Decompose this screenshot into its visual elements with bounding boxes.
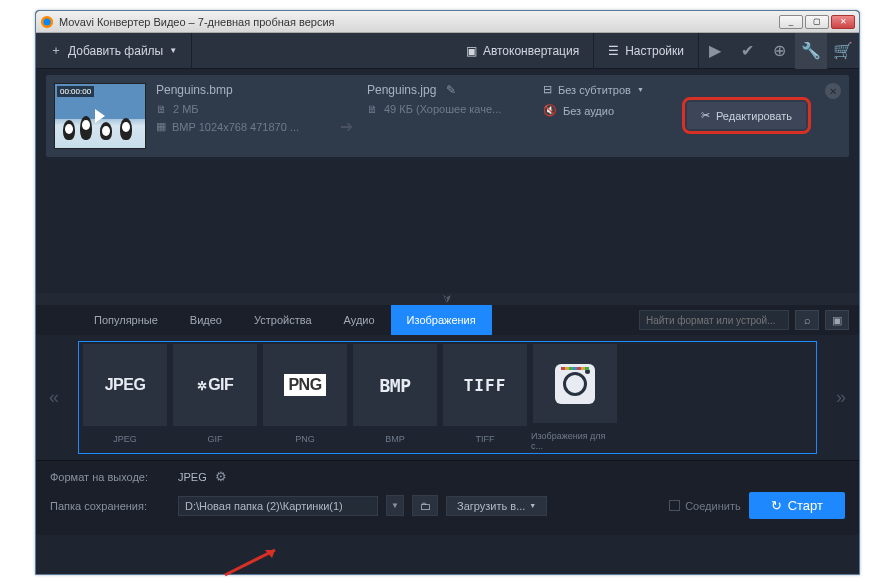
dropdown-icon: ▼ xyxy=(529,502,536,509)
empty-area xyxy=(36,163,859,293)
merge-checkbox[interactable]: Соединить xyxy=(669,500,741,512)
add-files-button[interactable]: ＋ Добавить файлы ▼ xyxy=(36,33,192,69)
edit-button-highlight: ✂ Редактировать xyxy=(682,97,811,134)
format-label: PNG xyxy=(295,434,315,444)
camera-icon: ▣ xyxy=(466,44,477,58)
formats-list: JPEG JPEG GIF GIF PNG PNG BMP BMP TIFF T… xyxy=(78,341,817,454)
window-title: Movavi Конвертер Видео – 7-дневная пробн… xyxy=(59,16,777,28)
app-window: Movavi Конвертер Видео – 7-дневная пробн… xyxy=(35,10,860,575)
edit-name-icon[interactable]: ✎ xyxy=(446,83,456,97)
audio-value[interactable]: Без аудио xyxy=(563,105,614,117)
tab-audio[interactable]: Аудио xyxy=(328,305,391,335)
svg-point-1 xyxy=(44,18,51,25)
formats-tabs: Популярные Видео Устройства Аудио Изобра… xyxy=(36,305,859,335)
image-icon: ▦ xyxy=(156,120,166,133)
png-logo: PNG xyxy=(284,374,325,396)
bottom-panel: Формат на выходе: JPEG ⚙ Папка сохранени… xyxy=(36,460,859,535)
file-thumbnail[interactable]: 00:00:00 xyxy=(54,83,146,149)
start-button[interactable]: ↻ Старт xyxy=(749,492,845,519)
bmp-logo: BMP xyxy=(379,375,410,396)
app-logo-icon xyxy=(40,15,54,29)
edit-button-label: Редактировать xyxy=(716,110,792,122)
add-files-label: Добавить файлы xyxy=(68,44,163,58)
tab-popular[interactable]: Популярные xyxy=(78,305,174,335)
menu-icon: ☰ xyxy=(608,44,619,58)
upload-label: Загрузить в... xyxy=(457,500,525,512)
checkbox-icon xyxy=(669,500,680,511)
gif-logo: GIF xyxy=(197,376,234,394)
instagram-icon xyxy=(555,364,595,404)
format-bmp[interactable]: BMP BMP xyxy=(351,344,439,451)
maximize-button[interactable]: ▢ xyxy=(805,15,829,29)
subtitles-value[interactable]: Без субтитров xyxy=(558,84,631,96)
file-icon: 🗎 xyxy=(367,103,378,115)
formats-strip: « JPEG JPEG GIF GIF PNG PNG BMP BMP TIFF… xyxy=(36,335,859,460)
settings-button[interactable]: ☰ Настройки xyxy=(594,33,699,69)
audio-mute-icon: 🔇 xyxy=(543,104,557,117)
remove-file-button[interactable]: ✕ xyxy=(825,83,841,99)
format-png[interactable]: PNG PNG xyxy=(261,344,349,451)
format-label: BMP xyxy=(385,434,405,444)
tab-video[interactable]: Видео xyxy=(174,305,238,335)
format-label: JPEG xyxy=(113,434,137,444)
output-filename: Penguins.jpg xyxy=(367,83,436,97)
tiff-logo: TIFF xyxy=(464,376,507,395)
format-tiff[interactable]: TIFF TIFF xyxy=(441,344,529,451)
subtitle-icon: ⊟ xyxy=(543,83,552,96)
upload-button[interactable]: Загрузить в... ▼ xyxy=(446,496,547,516)
file-output-meta: Penguins.jpg ✎ 🗎49 КБ (Хорошее каче... xyxy=(367,83,527,120)
edit-button[interactable]: ✂ Редактировать xyxy=(687,102,806,129)
input-dims: BMP 1024x768 471870 ... xyxy=(172,121,299,133)
input-size: 2 МБ xyxy=(173,103,199,115)
format-label: TIFF xyxy=(476,434,495,444)
save-folder-path[interactable]: D:\Новая папка (2)\Картинки(1) xyxy=(178,496,378,516)
output-size: 49 КБ (Хорошее каче... xyxy=(384,103,501,115)
format-instagram[interactable]: Изображения для с... xyxy=(531,344,619,451)
output-format-label: Формат на выходе: xyxy=(50,471,170,483)
camera-search-button[interactable]: ▣ xyxy=(825,310,849,330)
arrow-icon: ➔ xyxy=(340,117,353,136)
format-jpeg[interactable]: JPEG JPEG xyxy=(81,344,169,451)
vk-icon[interactable]: ✔ xyxy=(731,33,763,69)
minimize-button[interactable]: _ xyxy=(779,15,803,29)
main-toolbar: ＋ Добавить файлы ▼ ▣ Автоконвертация ☰ Н… xyxy=(36,33,859,69)
collapse-toggle[interactable]: ⮛ xyxy=(36,293,859,305)
tab-images[interactable]: Изображения xyxy=(391,305,492,335)
start-label: Старт xyxy=(788,498,823,513)
refresh-icon: ↻ xyxy=(771,498,782,513)
search-input[interactable] xyxy=(639,310,789,330)
autoconvert-label: Автоконвертация xyxy=(483,44,579,58)
file-extra-meta: ⊟Без субтитров▼ 🔇Без аудио xyxy=(543,83,673,125)
format-label: Изображения для с... xyxy=(531,431,619,451)
timestamp-badge: 00:00:00 xyxy=(57,86,94,97)
format-label: GIF xyxy=(208,434,223,444)
youtube-icon[interactable]: ▶ xyxy=(699,33,731,69)
autoconvert-button[interactable]: ▣ Автоконвертация xyxy=(452,33,594,69)
merge-label: Соединить xyxy=(685,500,741,512)
search-settings-button[interactable]: ⌕ xyxy=(795,310,819,330)
play-icon xyxy=(95,109,105,123)
scroll-left-button[interactable]: « xyxy=(36,335,72,460)
gear-icon[interactable]: ⚙ xyxy=(215,469,227,484)
tab-devices[interactable]: Устройства xyxy=(238,305,328,335)
input-filename: Penguins.bmp xyxy=(156,83,326,97)
dropdown-icon: ▼ xyxy=(169,46,177,55)
titlebar: Movavi Конвертер Видео – 7-дневная пробн… xyxy=(36,11,859,33)
file-icon: 🗎 xyxy=(156,103,167,115)
jpeg-logo: JPEG xyxy=(105,376,146,394)
scissors-icon: ✂ xyxy=(701,109,710,122)
format-gif[interactable]: GIF GIF xyxy=(171,344,259,451)
cart-icon[interactable]: 🛒 xyxy=(827,33,859,69)
key-icon[interactable]: 🔧 xyxy=(795,33,827,69)
plus-icon: ＋ xyxy=(50,42,62,59)
browse-folder-button[interactable]: 🗀 xyxy=(412,495,438,516)
scroll-right-button[interactable]: » xyxy=(823,335,859,460)
save-folder-label: Папка сохранения: xyxy=(50,500,170,512)
dropdown-icon: ▼ xyxy=(637,86,644,93)
world-icon[interactable]: ⊕ xyxy=(763,33,795,69)
path-dropdown-button[interactable]: ▼ xyxy=(386,495,404,516)
file-item[interactable]: 00:00:00 Penguins.bmp 🗎2 МБ ▦BMP 1024x76… xyxy=(46,75,849,157)
close-button[interactable]: ✕ xyxy=(831,15,855,29)
output-format-value: JPEG xyxy=(178,471,207,483)
file-input-meta: Penguins.bmp 🗎2 МБ ▦BMP 1024x768 471870 … xyxy=(156,83,326,138)
